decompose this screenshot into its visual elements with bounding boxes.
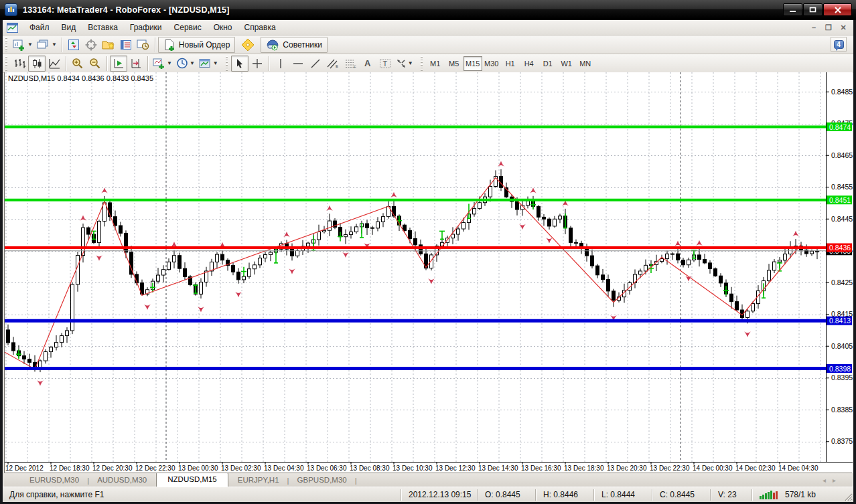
candle-body <box>591 256 594 266</box>
timeframe-button-m5[interactable]: M5 <box>445 56 463 71</box>
arrows-tool-button[interactable]: ▼ <box>394 56 415 72</box>
chart-window[interactable]: NZDUSD,M15 0.8434 0.8436 0.8433 0.84350.… <box>4 72 852 473</box>
candle-body <box>216 254 219 262</box>
expert-advisors-toggle[interactable]: Советники <box>261 37 328 53</box>
toolbar-separator <box>155 37 155 52</box>
line-chart-mode-button[interactable] <box>46 56 63 72</box>
candle-body <box>778 260 782 262</box>
candle-body <box>125 233 128 252</box>
price-tick-label: 0.8385 <box>831 406 853 414</box>
metaeditor-button[interactable] <box>239 37 257 53</box>
menu-item-графики[interactable]: Графики <box>124 21 168 34</box>
fibonacci-tool-button[interactable]: F <box>342 56 359 72</box>
candle-body <box>184 268 187 276</box>
timeframe-button-m15[interactable]: M15 <box>463 56 482 71</box>
profiles-button[interactable]: ▼ <box>35 37 59 53</box>
time-tick-label: 13 Dec 06:30 <box>307 465 347 472</box>
menu-item-файл[interactable]: Файл <box>23 21 56 34</box>
navigator-button[interactable] <box>100 37 117 53</box>
candle-body <box>703 260 707 263</box>
tab-scroll-arrows[interactable]: ◂▸ <box>823 477 843 484</box>
horizontal-line-tool-button[interactable] <box>289 56 307 72</box>
notification-bubble-icon: 4 <box>834 40 844 49</box>
menu-item-вид[interactable]: Вид <box>56 21 82 34</box>
menu-item-сервис[interactable]: Сервис <box>168 21 208 34</box>
vertical-line-tool-button[interactable] <box>272 56 289 72</box>
timeframe-button-h1[interactable]: H1 <box>501 56 520 71</box>
mdi-minimize-button[interactable]: – <box>806 21 821 33</box>
mdi-close-button[interactable]: ✕ <box>836 21 851 33</box>
timeframe-button-h4[interactable]: H4 <box>520 56 539 71</box>
trendline-tool-button[interactable] <box>307 56 324 72</box>
chart-tab-nzdusd-m15[interactable]: NZDUSD,M15 <box>156 473 228 487</box>
candle-body <box>473 209 476 214</box>
new-order-button[interactable]: Новый Ордер <box>158 37 235 53</box>
window-maximize-button[interactable] <box>803 3 823 16</box>
chart-tab-eurjpy-h1[interactable]: EURJPY,H1 <box>230 474 287 487</box>
chart-tab-eurusd-m30[interactable]: EURUSD,M30 <box>21 474 87 487</box>
cursor-tool-button[interactable] <box>231 56 248 72</box>
price-level-label: 0.8474 <box>827 122 852 131</box>
terminal-button[interactable] <box>117 37 135 53</box>
toolbar-grip[interactable] <box>224 56 229 71</box>
expert-advisors-label: Советники <box>283 40 322 50</box>
status-datetime: 2012.12.13 09:15 <box>402 490 477 499</box>
market-watch-button[interactable] <box>65 37 82 53</box>
candle-body <box>730 294 733 301</box>
strategy-tester-button[interactable] <box>135 37 152 53</box>
time-tick-label: 13 Dec 22:30 <box>650 465 690 472</box>
candle-body <box>666 254 669 258</box>
timeframe-button-d1[interactable]: D1 <box>539 56 557 71</box>
timeframe-button-m30[interactable]: M30 <box>482 56 501 71</box>
menu-item-вставка[interactable]: Вставка <box>82 21 124 34</box>
text-label-tool-button[interactable]: T <box>376 56 394 72</box>
zoom-in-button[interactable] <box>69 56 86 72</box>
indicators-button[interactable]: ▼ <box>151 56 174 72</box>
new-chart-button[interactable]: ▼ <box>11 37 35 53</box>
data-window-button[interactable] <box>82 37 100 53</box>
dropdown-caret-icon: ▼ <box>213 60 218 66</box>
menu-item-окно[interactable]: Окно <box>208 21 238 34</box>
dropdown-caret-icon: ▼ <box>167 60 172 66</box>
candle-body <box>50 347 53 352</box>
candle-body <box>264 254 267 258</box>
price-level-label: 0.8451 <box>827 195 852 204</box>
bar-chart-mode-button[interactable] <box>11 56 28 72</box>
candle-body <box>698 255 701 260</box>
periods-button[interactable]: ▼ <box>174 56 197 72</box>
time-tick-label: 12 Dec 20:30 <box>92 465 133 472</box>
zoom-out-button[interactable] <box>86 56 104 72</box>
toolbar-grip[interactable] <box>419 56 424 71</box>
menu-item-справка[interactable]: Справка <box>238 21 282 34</box>
time-tick-label: 14 Dec 00:30 <box>693 465 733 472</box>
candle-body <box>296 250 299 256</box>
candlestick-mode-button[interactable] <box>28 56 46 72</box>
timeframe-button-m1[interactable]: M1 <box>426 56 445 71</box>
notifications-button[interactable]: 4 <box>831 37 847 52</box>
crosshair-tool-button[interactable] <box>248 56 266 72</box>
chart-tab-gbpusd-m30[interactable]: GBPUSD,M30 <box>289 474 355 487</box>
candle-body <box>784 254 787 260</box>
timeframe-button-mn[interactable]: MN <box>576 56 595 71</box>
timeframe-button-w1[interactable]: W1 <box>557 56 576 71</box>
candle-body <box>752 304 755 311</box>
dropdown-caret-icon: ▼ <box>190 60 195 66</box>
auto-scroll-button[interactable] <box>110 56 127 72</box>
resize-grip[interactable] <box>843 492 853 501</box>
candle-body <box>768 270 771 281</box>
chart-tab-audusd-m30[interactable]: AUDUSD,M30 <box>89 474 155 487</box>
price-chart-canvas[interactable]: NZDUSD,M15 0.8434 0.8436 0.8433 0.84350.… <box>5 72 853 473</box>
candle-body <box>259 258 262 265</box>
candle-body <box>317 232 321 240</box>
charts-toolbar: ▼ ▼ ▼ E F A <box>3 54 853 73</box>
toolbar-grip[interactable] <box>4 56 9 71</box>
text-tool-button[interactable]: A <box>359 56 376 72</box>
equidistant-channel-tool-button[interactable]: E <box>324 56 342 72</box>
chart-shift-button[interactable] <box>127 56 145 72</box>
mdi-restore-button[interactable]: ❐ <box>821 21 836 33</box>
window-close-button[interactable] <box>823 3 852 16</box>
templates-button[interactable]: ▼ <box>197 56 220 72</box>
candle-body <box>248 269 251 276</box>
window-minimize-button[interactable] <box>783 3 802 16</box>
toolbar-grip[interactable] <box>4 37 9 52</box>
